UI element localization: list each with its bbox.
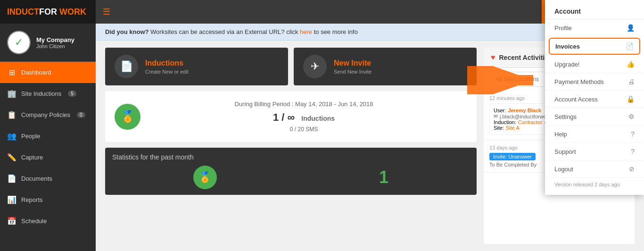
new-invite-icon: ✈ [303, 55, 327, 78]
new-invite-title: New Invite [334, 59, 372, 67]
sidebar-profile[interactable]: ✓ My Company John Citizen [0, 24, 96, 62]
activity-site-name: Site A [506, 125, 520, 131]
sidebar-logo: INDUCTFOR WORK [0, 0, 96, 24]
sidebar-item-label: Dashboard [21, 69, 51, 76]
dropdown-item-settings[interactable]: Settings ⚙ [545, 108, 644, 126]
dropdown-item-invoices[interactable]: Invoices 📄 [549, 38, 640, 55]
logo: INDUCTFOR WORK [7, 7, 86, 17]
billing-count: 1 / ∞ Inductions [140, 111, 467, 124]
dropdown-item-upgrade[interactable]: Upgrade! 👍 [545, 56, 644, 73]
billing-card: 🏅 During Billing Period : May 14, 2018 -… [105, 91, 477, 142]
invite-badge: Invite: Unanswer [489, 153, 536, 160]
info-did-you-know: Did you know? [105, 28, 149, 35]
dropdown-item-support[interactable]: Support ? [545, 143, 644, 160]
avatar-checkmark: ✓ [8, 31, 30, 54]
user-name: John Citizen [36, 43, 74, 49]
sidebar-nav: ⊞ Dashboard 🏢 Site Inductions 5 📋 Compan… [0, 62, 96, 251]
sidebar-item-label: Schedule [21, 218, 47, 225]
site-inductions-icon: 🏢 [7, 89, 17, 98]
company-policies-badge: 0 [77, 112, 85, 118]
dropdown-profile-label: Profile [554, 25, 572, 32]
account-dropdown: Account Profile 👤 Invoices 📄 Upgrade! 👍 … [545, 0, 644, 195]
schedule-icon: 📅 [7, 217, 17, 226]
sidebar-item-label: Documents [21, 175, 52, 182]
email-icon: ✉ [494, 113, 498, 119]
dropdown-support-label: Support [554, 148, 576, 155]
dropdown-invoices-label: Invoices [555, 43, 580, 50]
billing-period: During Billing Period : May 14, 2018 - J… [140, 100, 467, 108]
sidebar-item-documents[interactable]: 📄 Documents [0, 168, 96, 189]
sidebar-item-label: Site Inductions [21, 90, 61, 97]
stats-title: Statistics for the past month [112, 153, 470, 161]
billing-info: During Billing Period : May 14, 2018 - J… [140, 100, 467, 133]
avatar: ✓ [7, 31, 31, 54]
sidebar-item-site-inductions[interactable]: 🏢 Site Inductions 5 [0, 83, 96, 104]
logout-icon: ⊘ [629, 165, 635, 173]
new-invite-widget[interactable]: ✈ New Invite Send New Invite [294, 48, 477, 85]
dropdown-item-help[interactable]: Help ? [545, 126, 644, 143]
recent-activities-title: Recent Activities [499, 54, 552, 61]
invoices-icon: 📄 [626, 42, 634, 50]
stats-award-icon: 🏅 [193, 166, 217, 189]
dropdown-payment-label: Payment Methods [554, 78, 604, 85]
sidebar: INDUCTFOR WORK ✓ My Company John Citizen… [0, 0, 96, 251]
dropdown-upgrade-label: Upgrade! [554, 61, 579, 68]
sidebar-item-label: People [21, 133, 40, 140]
info-link[interactable]: here [300, 28, 312, 35]
logo-for: FOR [39, 7, 57, 17]
dropdown-help-label: Help [554, 131, 567, 138]
dropdown-settings-label: Settings [554, 113, 577, 120]
inductions-widget[interactable]: 📄 Inductions Create New or edit [105, 48, 288, 85]
sidebar-item-label: Capture [21, 154, 43, 161]
profile-icon: 👤 [627, 24, 635, 32]
info-end: to see more info [314, 28, 358, 35]
dropdown-item-logout[interactable]: Logout ⊘ [545, 160, 644, 178]
sidebar-item-label: Company Policies [21, 111, 70, 118]
induction-label: Induction: [494, 119, 516, 125]
new-invite-widget-text: New Invite Send New Invite [334, 59, 372, 75]
billing-sms: 0 / 20 SMS [140, 126, 467, 133]
profile-info: My Company John Citizen [36, 36, 74, 49]
info-text: Worksites can be accessed via an Externa… [150, 28, 300, 35]
activity-user-name: Jeremy Black [508, 108, 541, 113]
hamburger-icon[interactable]: ☰ [103, 7, 110, 17]
site-inductions-badge: 5 [68, 91, 76, 97]
payment-icon: 🖨 [628, 78, 635, 85]
people-icon: 👥 [7, 132, 17, 141]
dashboard-icon: ⊞ [7, 68, 17, 77]
sidebar-item-dashboard[interactable]: ⊞ Dashboard [0, 62, 96, 83]
new-invite-subtitle: Send New Invite [334, 69, 372, 75]
sidebar-item-capture[interactable]: ✏️ Capture [0, 147, 96, 168]
help-icon: ? [631, 130, 635, 138]
capture-icon: ✏️ [7, 153, 17, 162]
widget-row: 📄 Inductions Create New or edit ✈ New In… [105, 48, 477, 85]
sidebar-item-company-policies[interactable]: 📋 Company Policies 0 [0, 104, 96, 126]
sidebar-item-reports[interactable]: 📊 Reports [0, 189, 96, 210]
dropdown-item-profile[interactable]: Profile 👤 [545, 19, 644, 37]
heart-icon: ♥ [491, 53, 495, 62]
dropdown-version: Version released 2 days ago [545, 178, 644, 191]
dropdown-section-title: Account [545, 4, 644, 19]
inductions-widget-subtitle: Create New or edit [145, 69, 189, 75]
left-panel: 📄 Inductions Create New or edit ✈ New In… [105, 48, 477, 244]
sidebar-item-schedule[interactable]: 📅 Schedule [0, 210, 96, 232]
user-label: User: [494, 108, 506, 113]
upgrade-thumb-icon: 👍 [627, 60, 635, 68]
reports-icon: 📊 [7, 195, 17, 204]
dropdown-account-access-label: Account Access [554, 96, 598, 103]
stats-card: Statistics for the past month 🏅 1 [105, 148, 477, 195]
logo-induct: INDUCT [7, 7, 39, 17]
billing-award-icon: 🏅 [115, 104, 140, 130]
dropdown-logout-label: Logout [554, 166, 573, 173]
company-policies-icon: 📋 [7, 110, 17, 119]
dropdown-item-account-access[interactable]: Account Access 🔒 [545, 91, 644, 108]
settings-icon: ⚙ [628, 113, 635, 120]
sidebar-item-people[interactable]: 👥 People [0, 126, 96, 147]
stats-body: 🏅 1 [112, 166, 470, 189]
sidebar-item-label: Reports [21, 196, 43, 203]
site-label: Site: [494, 125, 504, 131]
documents-icon: 📄 [7, 174, 17, 183]
dropdown-item-payment-methods[interactable]: Payment Methods 🖨 [545, 73, 644, 91]
account-access-icon: 🔒 [627, 95, 635, 103]
stats-number: 1 [379, 167, 388, 187]
